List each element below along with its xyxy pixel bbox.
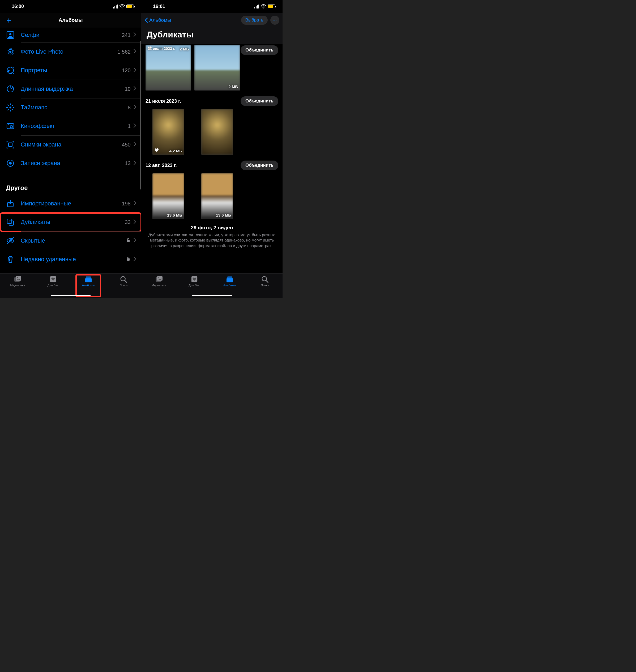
library-icon [14,276,22,283]
search-icon [261,276,269,283]
chevron-icon [133,219,137,225]
chevron-icon [133,123,137,129]
battery-icon [268,4,275,8]
phone-left: 16:00 ＋ Альбомы Селфи 241 Фото Live Phot… [0,0,141,298]
row-recently-deleted[interactable]: Недавно удаленные [0,250,141,269]
row-label: Скрытые [21,237,126,244]
thumbnail[interactable] [201,109,233,155]
add-button[interactable]: ＋ [5,16,13,24]
chevron-icon [133,257,137,262]
row-count: 1 [128,123,131,129]
row-label: Дубликаты [21,219,125,226]
group-date: 12 авг. 2023 г. [145,163,177,168]
thumbnail[interactable]: 2 МБ [194,45,240,90]
row-count: 33 [125,219,131,225]
nav-bar: ＋ Альбомы [0,13,141,27]
tab-label: Для Вас [189,284,200,287]
thumb-size: 13,6 МБ [167,213,182,217]
merge-button[interactable]: Объединить [241,45,278,55]
row-screenshots[interactable]: Снимки экрана 450 [0,135,141,154]
for-you-icon [191,276,198,283]
summary-title: 29 фото, 2 видео [145,225,279,231]
tab-label: Альбомы [82,284,95,287]
back-label: Альбомы [149,17,171,23]
row-count: 450 [122,142,131,148]
chevron-icon [133,160,137,166]
row-portraits[interactable]: Портреты 120 [0,61,141,80]
chevron-icon [133,86,137,92]
row-cinematic[interactable]: Киноэффект 1 [0,117,141,135]
scrollbar-thumb[interactable] [140,41,141,189]
lock-icon [126,257,130,262]
heart-icon [155,148,159,153]
albums-icon [226,276,234,283]
row-label: Портреты [21,67,122,74]
wifi-icon [261,4,266,8]
row-selfie[interactable]: Селфи 241 [0,27,141,42]
row-count: 10 [125,86,131,92]
thumbnail[interactable]: 21 июля 2023 г. 2 МБ [145,45,191,90]
row-label: Снимки экрана [21,141,122,148]
tab-bar: Медиатека Для Вас Альбомы Поиск [141,273,282,298]
merge-button[interactable]: Объединить [241,96,278,106]
duplicates-content[interactable]: 21 июля 2023 г. 2 МБ 2 МБ [141,44,282,273]
row-label: Импортированные [21,200,122,207]
row-count: 120 [122,67,131,74]
group-header: 12 авг. 2023 г. Объединить [141,158,282,172]
merge-button[interactable]: Объединить [241,161,278,170]
row-imported[interactable]: Импортированные 198 [0,194,141,213]
row-count: 198 [122,201,131,207]
row-label: Фото Live Photo [21,48,117,55]
chevron-icon [133,142,137,147]
selfie-icon [5,29,16,41]
row-duplicates[interactable]: Дубликаты 33 [0,213,141,231]
thumbnail[interactable]: 13,6 МБ [201,173,233,219]
back-button[interactable]: Альбомы [144,17,171,23]
tab-search[interactable]: Поиск [106,276,141,298]
select-button[interactable]: Выбрать [241,16,268,25]
screen-recording-icon [5,158,16,169]
section-header-other: Другое [0,172,141,194]
row-timelapse[interactable]: Таймлапс 8 [0,98,141,117]
tab-library[interactable]: Медиатека [141,276,177,298]
row-live-photo[interactable]: Фото Live Photo 1 562 [0,42,141,61]
tab-search[interactable]: Поиск [247,276,282,298]
tab-bar: Медиатека Для Вас Альбомы Поиск [0,273,141,298]
cinematic-icon [5,121,16,131]
row-long-exposure[interactable]: Длинная выдержка 10 [0,80,141,98]
row-hidden[interactable]: Скрытые [0,231,141,250]
nav-bar: Альбомы Выбрать ··· [141,13,282,27]
group-header: 21 июля 2023 г. Объединить [141,94,282,108]
tab-library[interactable]: Медиатека [0,276,35,298]
screenshot-icon [5,139,16,150]
row-count: 8 [128,105,131,111]
page-title: Дубликаты [141,27,282,44]
trash-icon [5,254,16,265]
albums-list[interactable]: Селфи 241 Фото Live Photo 1 562 Портреты… [0,27,141,273]
wifi-icon [119,4,125,8]
summary-text: Дубликатами считаются точные копии, у ко… [145,232,279,248]
more-button[interactable]: ··· [270,16,279,25]
thumbnail[interactable]: 13,6 МБ [153,173,184,219]
for-you-icon [49,276,57,283]
status-time: 16:01 [153,4,165,9]
back-chevron-icon [144,18,148,23]
chevron-icon [133,49,137,55]
chevron-icon [133,201,137,206]
home-indicator[interactable] [51,295,91,296]
row-label: Таймлапс [21,104,128,111]
duplicates-icon [5,217,16,228]
chevron-icon [133,238,137,244]
albums-icon [84,276,93,283]
home-indicator[interactable] [192,295,232,296]
thumbnail[interactable]: 4,2 МБ [153,109,184,155]
tab-label: Альбомы [223,284,236,287]
tab-label: Медиатека [152,284,166,287]
thumb-size: 2 МБ [180,47,189,51]
tab-label: Медиатека [11,284,25,287]
hidden-icon [5,235,16,246]
row-screen-recordings[interactable]: Записи экрана 13 [0,154,141,172]
row-count: 241 [122,32,131,38]
thumb-date-overlay: 21 июля 2023 г. [148,46,175,51]
thumb-size: 2 МБ [228,84,238,89]
